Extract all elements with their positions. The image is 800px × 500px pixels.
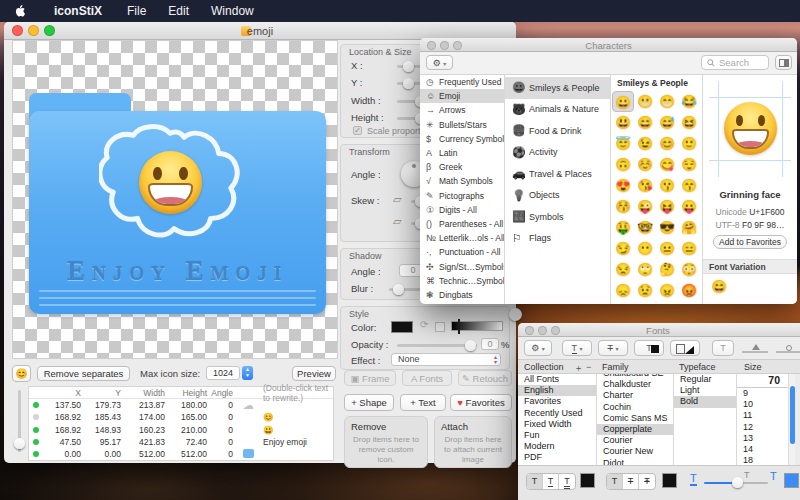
emoji-cell[interactable]: 😋	[656, 154, 678, 175]
emoji-cell[interactable]: 😍	[612, 175, 634, 196]
gear-menu-button[interactable]: ⚙ ▾	[426, 55, 453, 70]
family-item[interactable]: Courier	[597, 435, 673, 446]
menu-item[interactable]: Window	[200, 0, 265, 22]
add-text-button[interactable]: + Text	[400, 394, 446, 411]
strikethrough-segment[interactable]: TTŦ	[606, 473, 656, 490]
category-item[interactable]: β Greek	[420, 160, 504, 174]
emoji-cell[interactable]: 😟	[634, 280, 656, 301]
attach-dropzone[interactable]: Attach Drop items here to attach current…	[434, 416, 512, 468]
collection-item[interactable]: Modern	[518, 441, 596, 452]
subcategory-item[interactable]: 🍔 Food & Drink	[505, 120, 610, 142]
collection-item[interactable]: Fun	[518, 430, 596, 441]
category-item[interactable]: ◷ Frequently Used	[420, 75, 504, 89]
typeface-item[interactable]: Regular	[674, 374, 736, 385]
remove-collection-icon[interactable]: −	[586, 362, 591, 372]
subcategory-item[interactable]: 😀 Smileys & People	[505, 77, 610, 99]
add-to-favorites-button[interactable]: Add to Favorites	[713, 235, 787, 249]
collection-item[interactable]: English	[518, 385, 596, 396]
subcategory-item[interactable]: 🚗 Travel & Places	[505, 163, 610, 185]
category-item[interactable]: ✎ Pictographs	[420, 189, 504, 203]
category-item[interactable]: ☺ Emoji	[420, 89, 504, 103]
strikethrough-popup-button[interactable]: T ▾	[598, 340, 628, 356]
emoji-cell[interactable]: 🙂	[678, 133, 700, 154]
gradient-toggle[interactable]	[435, 322, 445, 332]
canvas-zoom-slider[interactable]	[18, 390, 21, 452]
retouch-button[interactable]: ✎ Retouch	[458, 370, 512, 386]
favorites-button[interactable]: ♥ Favorites	[450, 394, 512, 411]
size-scrollbar[interactable]	[788, 374, 795, 465]
preview-button[interactable]: Preview	[292, 366, 336, 381]
category-item[interactable]: A Latin	[420, 146, 504, 160]
scale-checkbox[interactable]: ✓	[353, 126, 362, 135]
underline-popup-button[interactable]: T ▾	[562, 340, 592, 356]
emoji-cell[interactable]: 😐	[656, 238, 678, 259]
emoji-cell[interactable]: 😅	[656, 112, 678, 133]
col-height[interactable]: Height	[169, 388, 211, 398]
category-item[interactable]: ✳ Bullets/Stars	[420, 118, 504, 132]
emoji-cell[interactable]: 😗	[656, 175, 678, 196]
emoji-cell[interactable]: 🙄	[634, 259, 656, 280]
family-item[interactable]: Courier New	[597, 446, 673, 457]
characters-titlebar[interactable]: Characters	[420, 38, 797, 52]
size-item[interactable]: 12	[737, 422, 788, 433]
emoji-cell[interactable]: 🤗	[678, 217, 700, 238]
fonts-button[interactable]: A Fonts	[402, 370, 452, 386]
subcategory-item[interactable]: 💡 Objects	[505, 185, 610, 207]
edge-slider-knob[interactable]	[509, 308, 522, 321]
underline-segment[interactable]: TTT	[526, 473, 576, 490]
collection-item[interactable]: PDF	[518, 452, 596, 463]
category-item[interactable]: ·, Punctuation - All	[420, 245, 504, 259]
emoji-cell[interactable]: 😆	[678, 112, 700, 133]
strike-none[interactable]: T	[607, 474, 623, 489]
fonts-titlebar[interactable]: Fonts	[518, 323, 800, 337]
family-item[interactable]: Didot	[597, 458, 673, 466]
emoji-cell[interactable]: 😙	[678, 175, 700, 196]
typeface-item[interactable]: Light	[674, 385, 736, 396]
size-item[interactable]: 10	[737, 399, 788, 410]
document-color-button[interactable]	[670, 340, 700, 356]
emoji-cell[interactable]: 😀	[612, 91, 634, 112]
category-item[interactable]: ① Digits - All	[420, 203, 504, 217]
subcategory-item[interactable]: ⚽ Activity	[505, 142, 610, 164]
size-stepper[interactable]: ▲▼	[242, 366, 253, 380]
shadow-blur-slider[interactable]	[776, 351, 800, 353]
collection-item[interactable]: Fixed Width	[518, 419, 596, 430]
col-x[interactable]: X	[43, 388, 85, 398]
banner-text[interactable]: Enjoy Emoji	[29, 256, 326, 287]
emoji-cell[interactable]: 😞	[612, 280, 634, 301]
emoji-cell[interactable]: 😝	[656, 196, 678, 217]
emoji-cell[interactable]: 😳	[678, 259, 700, 280]
remove-separates-button[interactable]: Remove separates	[37, 366, 130, 381]
text-shadow-button[interactable]: T	[712, 340, 734, 356]
emoji-cell[interactable]: 🙃	[612, 154, 634, 175]
emoji-cell[interactable]: 😃	[612, 112, 634, 133]
size-item[interactable]: 14	[737, 444, 788, 455]
emoji-cell[interactable]: 😉	[634, 133, 656, 154]
emoji-cell[interactable]: 🤔	[656, 259, 678, 280]
menu-item[interactable]: File	[116, 0, 157, 22]
effect-popup[interactable]: None▴▾	[391, 353, 501, 366]
text-color-button[interactable]: T	[634, 340, 664, 356]
category-item[interactable]: ❃ Dingbats	[420, 288, 504, 302]
subcategory-item[interactable]: ⚐ Flags	[505, 228, 610, 250]
category-item[interactable]: () Parentheses - All	[420, 217, 504, 231]
underline-color-swatch[interactable]	[580, 473, 595, 488]
opacity-slider[interactable]	[397, 344, 477, 347]
underline-double[interactable]: T	[559, 474, 575, 489]
remove-dropzone[interactable]: Remove Drop items here to remove custom …	[344, 416, 428, 468]
search-input[interactable]: Search	[701, 55, 769, 70]
emoji-cell[interactable]: 😘	[634, 175, 656, 196]
shadow-slider-knob[interactable]	[732, 477, 743, 488]
family-item[interactable]: Charter	[597, 390, 673, 401]
table-row[interactable]: 168.92 185.43 174.00 165.00 0 😊	[29, 411, 333, 423]
emoji-cell[interactable]: 😏	[612, 238, 634, 259]
variation-emoji[interactable]: 😄	[711, 279, 727, 294]
add-shape-button[interactable]: + Shape	[344, 394, 394, 411]
menu-item[interactable]: Edit	[157, 0, 200, 22]
emoji-cell[interactable]: 😁	[656, 91, 678, 112]
canvas-emoji[interactable]	[139, 151, 202, 214]
emoji-cell[interactable]: ☺️	[634, 154, 656, 175]
table-row[interactable]: 168.92 148.93 160.23 210.00 0 😀	[29, 424, 333, 436]
gear-menu-button[interactable]: ⚙ ▾	[524, 340, 552, 356]
emoji-cell[interactable]: 😎	[656, 217, 678, 238]
